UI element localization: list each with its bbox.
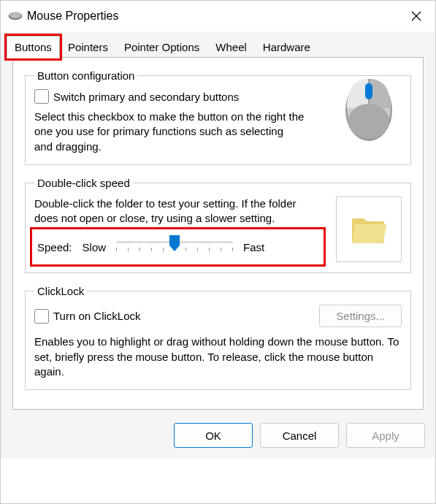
mouse-icon — [8, 11, 23, 21]
doubleclick-speed-group: Double-click speed Double-click the fold… — [25, 177, 411, 274]
button-configuration-group: Button configuration Switch primary and … — [25, 69, 411, 165]
titlebar: Mouse Properties — [1, 1, 435, 31]
tab-wheel[interactable]: Wheel — [207, 36, 255, 58]
mouse-image — [336, 70, 402, 143]
clicklock-group: ClickLock Turn on ClickLock Settings... … — [25, 285, 411, 390]
tabbar: Buttons Pointers Pointer Options Wheel H… — [7, 36, 429, 58]
tab-hardware[interactable]: Hardware — [255, 36, 318, 58]
folder-icon — [351, 214, 387, 245]
switch-buttons-checkbox[interactable] — [34, 89, 49, 104]
cancel-button[interactable]: Cancel — [260, 423, 339, 448]
mouse-properties-window: Mouse Properties Buttons Pointers Pointe… — [0, 0, 436, 504]
ok-button[interactable]: OK — [174, 423, 253, 448]
switch-buttons-description: Select this checkbox to make the button … — [34, 110, 305, 154]
doubleclick-description: Double-click the folder to test your set… — [34, 196, 321, 226]
speed-label: Speed: — [37, 241, 72, 253]
footer-buttons: OK Cancel Apply — [1, 416, 435, 458]
tabbar-area: Buttons Pointers Pointer Options Wheel H… — [1, 31, 435, 416]
tab-buttons[interactable]: Buttons — [7, 36, 60, 58]
slider-thumb[interactable] — [169, 235, 180, 251]
tab-content-buttons: Button configuration Switch primary and … — [13, 58, 423, 409]
clicklock-legend: ClickLock — [34, 285, 87, 297]
doubleclick-speed-legend: Double-click speed — [34, 177, 133, 189]
apply-button: Apply — [346, 423, 425, 448]
clicklock-checkbox[interactable] — [34, 309, 49, 324]
speed-slider[interactable] — [116, 236, 233, 258]
close-button[interactable] — [402, 5, 431, 27]
tab-panel: Button configuration Switch primary and … — [12, 57, 424, 410]
button-configuration-legend: Button configuration — [34, 69, 137, 82]
svg-point-8 — [348, 104, 389, 139]
slow-label: Slow — [83, 241, 107, 253]
clicklock-checkbox-label: Turn on ClickLock — [53, 310, 141, 322]
close-icon — [410, 10, 422, 22]
switch-buttons-label: Switch primary and secondary buttons — [53, 91, 239, 103]
clicklock-settings-button: Settings... — [319, 305, 402, 327]
svg-point-1 — [9, 12, 21, 18]
speed-slider-row: Speed: Slow Fast — [34, 232, 321, 262]
fast-label: Fast — [243, 241, 264, 253]
window-title: Mouse Properties — [27, 9, 402, 23]
tab-pointer-options[interactable]: Pointer Options — [116, 36, 207, 58]
tab-pointers[interactable]: Pointers — [60, 36, 116, 58]
clicklock-description: Enables you to highlight or drag without… — [34, 335, 402, 379]
svg-rect-7 — [365, 83, 372, 99]
doubleclick-test-folder[interactable] — [336, 196, 402, 262]
